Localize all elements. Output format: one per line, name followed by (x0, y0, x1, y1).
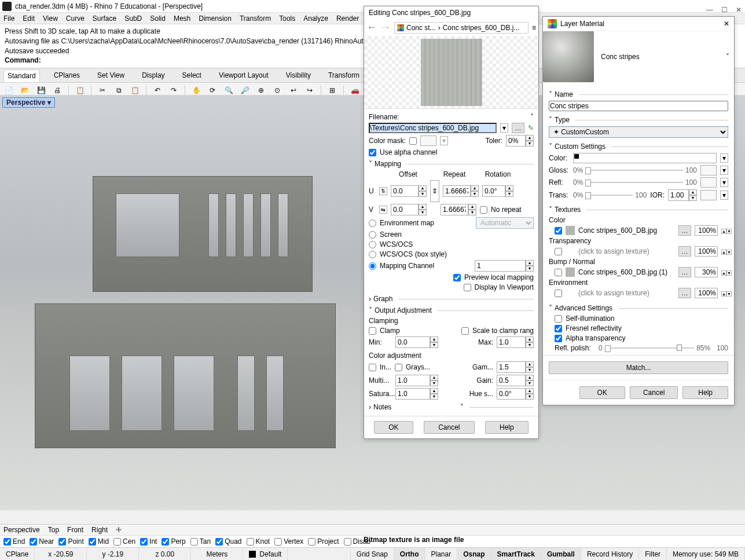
osnap-cen[interactable]: Cen (113, 537, 135, 546)
preview-local-checkbox[interactable] (453, 274, 461, 281)
tex-color-pct[interactable] (695, 225, 718, 236)
tex-color-name[interactable]: Conc stripes_600_DB.jpg (578, 226, 675, 235)
menu-analyze[interactable]: Analyze (303, 14, 328, 23)
match-button[interactable]: Match... (549, 361, 728, 374)
dropdown-icon[interactable]: ▾ (720, 166, 728, 175)
chevron-down-icon[interactable]: ˅ (369, 306, 372, 314)
osnap-disab-checkbox[interactable] (344, 538, 351, 546)
edit-pencil-icon[interactable]: ✎ (528, 124, 534, 132)
multiplier-input[interactable] (395, 375, 430, 386)
osnap-mid[interactable]: Mid (89, 537, 109, 546)
window-minimize[interactable]: — (706, 6, 713, 14)
status-filter[interactable]: Filter (639, 548, 667, 560)
cancel-button[interactable]: Cancel (630, 386, 678, 399)
osnap-knot[interactable]: Knot (247, 537, 270, 546)
menu-view[interactable]: View (43, 14, 58, 23)
osnap-project-checkbox[interactable] (308, 538, 315, 546)
rotation-input[interactable] (482, 185, 505, 197)
chevron-right-icon[interactable]: › (369, 403, 371, 411)
tex-env-enable[interactable] (555, 290, 562, 297)
lock-uv-icon[interactable]: ⇆ (379, 206, 387, 214)
cancel-button[interactable]: Cancel (424, 421, 474, 434)
window-maximize[interactable]: ☐ (721, 6, 728, 14)
toolbar-tab-setview[interactable]: Set View (94, 69, 128, 82)
hue-input[interactable] (497, 388, 526, 400)
refl-polish-slider[interactable] (605, 347, 694, 349)
wcsbox-radio[interactable] (369, 251, 376, 258)
trans-swatch[interactable] (700, 190, 717, 200)
use-alpha-checkbox[interactable] (369, 149, 376, 156)
menu-dimension[interactable]: Dimension (199, 14, 232, 23)
breadcrumb[interactable]: Conc st... › Conc stripes_600_DB.j... (394, 22, 529, 34)
menu-subd[interactable]: SubD (124, 14, 142, 23)
tolerance-input[interactable] (506, 135, 526, 147)
tex-env-pct[interactable] (695, 288, 718, 298)
viewtab-top[interactable]: Top (48, 526, 59, 534)
osnap-point[interactable]: Point (58, 537, 83, 546)
menu-mesh[interactable]: Mesh (174, 14, 190, 23)
toolbar-tab-transform[interactable]: Transform (325, 69, 363, 82)
dropdown-icon[interactable]: ▾ (440, 136, 448, 145)
status-gumball[interactable]: Gumball (541, 548, 581, 560)
toolbar-tab-standard[interactable]: Standard (3, 69, 40, 82)
chevron-down-icon[interactable]: ˅ (549, 206, 552, 214)
osnap-int-checkbox[interactable] (140, 538, 148, 546)
menu-icon[interactable]: ≡ (532, 24, 536, 32)
mapping-channel-radio[interactable] (369, 262, 376, 270)
tex-trans-browse[interactable]: … (678, 246, 691, 257)
dropdown-icon[interactable]: ▾ (500, 123, 508, 133)
status-units[interactable]: Meters (191, 548, 243, 560)
material-name-input[interactable] (549, 101, 728, 111)
tex-color-browse[interactable]: … (678, 225, 691, 236)
refl-swatch[interactable] (700, 177, 717, 188)
osnap-cen-checkbox[interactable] (113, 538, 121, 546)
menu-transform[interactable]: Transform (240, 14, 271, 23)
ok-button[interactable]: OK (374, 421, 413, 434)
add-viewtab-icon[interactable]: ✚ (116, 526, 122, 534)
wcs-radio[interactable] (369, 241, 376, 248)
osnap-int[interactable]: Int (140, 537, 157, 546)
menu-curve[interactable]: Curve (66, 14, 85, 23)
status-planar[interactable]: Planar (425, 548, 458, 560)
forward-icon[interactable]: → (380, 21, 391, 34)
tex-color-enable[interactable] (555, 227, 562, 235)
gain-input[interactable] (497, 375, 526, 386)
envmap-mode-select[interactable]: Automatic (476, 217, 534, 229)
alpha-trans-checkbox[interactable] (555, 335, 562, 342)
display-vp-checkbox[interactable] (464, 284, 471, 291)
gamma-input[interactable] (497, 361, 526, 373)
chevron-down-icon[interactable]: ˅ (726, 53, 729, 61)
osnap-perp-checkbox[interactable] (162, 538, 169, 546)
window-close[interactable]: ✕ (736, 6, 742, 14)
close-icon[interactable]: ✕ (724, 20, 729, 28)
osnap-vertex-checkbox[interactable] (274, 538, 282, 546)
color-swatch[interactable] (573, 153, 717, 163)
tex-trans-pct[interactable] (695, 246, 718, 257)
colormask-checkbox[interactable] (409, 137, 417, 145)
clamp-checkbox[interactable] (369, 327, 376, 335)
osnap-project[interactable]: Project (308, 537, 339, 546)
toolbar-tab-display[interactable]: Display (138, 69, 168, 82)
max-input[interactable] (497, 336, 526, 348)
filename-input[interactable] (369, 123, 497, 133)
chevron-down-icon[interactable]: ˅ (549, 90, 552, 98)
viewtab-front[interactable]: Front (67, 526, 83, 534)
osnap-quad-checkbox[interactable] (215, 538, 223, 546)
help-button[interactable]: Help (682, 386, 728, 399)
ior-input[interactable] (668, 189, 689, 201)
help-button[interactable]: Help (485, 421, 529, 434)
menu-file[interactable]: File (3, 14, 14, 23)
screen-radio[interactable] (369, 231, 376, 239)
tex-env-name[interactable]: (click to assign texture) (578, 289, 675, 297)
status-gridsnap[interactable]: Grid Snap (351, 548, 394, 560)
status-ortho[interactable]: Ortho (394, 548, 425, 560)
gloss-swatch[interactable] (700, 165, 717, 175)
toolbar-tab-cplanes[interactable]: CPlanes (50, 69, 83, 82)
browse-button[interactable]: … (512, 123, 524, 133)
repeat-v-input[interactable] (441, 204, 468, 215)
dropdown-icon[interactable]: ▾ (720, 153, 728, 163)
mapping-channel-input[interactable] (475, 260, 526, 272)
invert-checkbox[interactable] (369, 364, 376, 371)
osnap-tan[interactable]: Tan (190, 537, 211, 546)
chevron-down-icon[interactable]: ˅ (549, 304, 552, 312)
